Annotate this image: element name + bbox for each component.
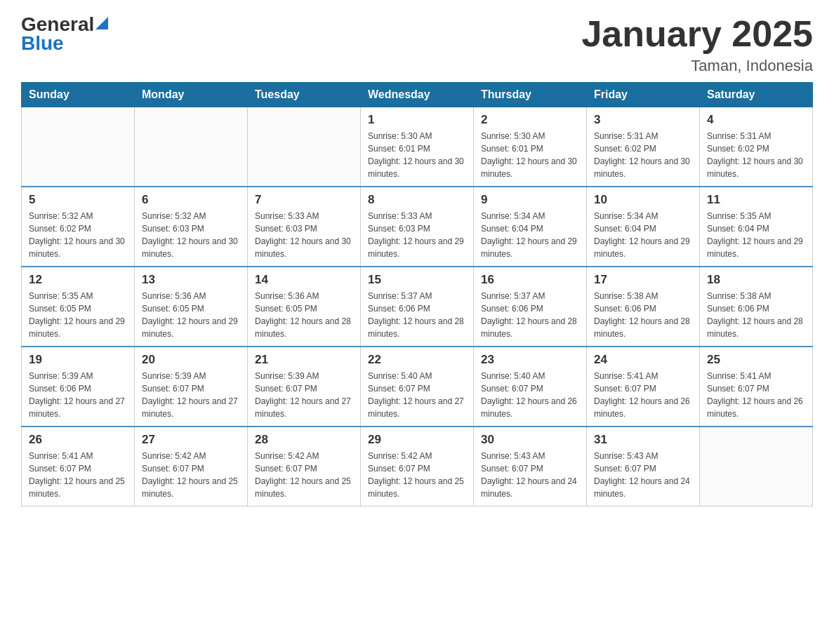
day-info-line: Daylight: 12 hours and 25 minutes.: [29, 475, 127, 500]
logo-triangle-icon: [95, 17, 108, 29]
day-number: 13: [142, 273, 240, 287]
day-info-line: Sunset: 6:03 PM: [142, 222, 240, 235]
day-info-line: Sunrise: 5:40 AM: [481, 370, 579, 382]
day-info-line: Daylight: 12 hours and 24 minutes.: [481, 475, 579, 500]
day-info-line: Sunset: 6:07 PM: [368, 462, 466, 475]
header-tuesday: Tuesday: [248, 83, 361, 107]
header-saturday: Saturday: [700, 83, 813, 107]
calendar-cell: 21Sunrise: 5:39 AMSunset: 6:07 PMDayligh…: [248, 347, 361, 427]
day-info-line: Sunset: 6:07 PM: [707, 382, 805, 395]
day-info: Sunrise: 5:39 AMSunset: 6:07 PMDaylight:…: [142, 370, 240, 420]
day-info: Sunrise: 5:33 AMSunset: 6:03 PMDaylight:…: [255, 210, 353, 260]
day-info: Sunrise: 5:33 AMSunset: 6:03 PMDaylight:…: [368, 210, 466, 260]
day-info-line: Sunrise: 5:39 AM: [29, 370, 127, 382]
day-info-line: Daylight: 12 hours and 30 minutes.: [368, 155, 466, 180]
day-info-line: Sunrise: 5:30 AM: [481, 130, 579, 142]
day-number: 15: [368, 273, 466, 287]
day-info-line: Daylight: 12 hours and 30 minutes.: [707, 155, 805, 180]
day-info-line: Sunset: 6:07 PM: [142, 382, 240, 395]
day-number: 5: [29, 193, 127, 207]
day-info: Sunrise: 5:30 AMSunset: 6:01 PMDaylight:…: [481, 130, 579, 180]
day-info-line: Sunrise: 5:42 AM: [255, 450, 353, 462]
day-info-line: Sunrise: 5:41 AM: [707, 370, 805, 382]
day-number: 12: [29, 273, 127, 287]
day-info-line: Sunrise: 5:37 AM: [481, 290, 579, 302]
day-info-line: Daylight: 12 hours and 28 minutes.: [368, 315, 466, 340]
calendar-cell: 28Sunrise: 5:42 AMSunset: 6:07 PMDayligh…: [248, 427, 361, 507]
calendar-cell: 1Sunrise: 5:30 AMSunset: 6:01 PMDaylight…: [361, 107, 474, 187]
day-info-line: Daylight: 12 hours and 29 minutes.: [707, 235, 805, 260]
page-header: General Blue January 2025 Taman, Indones…: [21, 14, 813, 75]
day-info-line: Daylight: 12 hours and 25 minutes.: [368, 475, 466, 500]
calendar-cell: 5Sunrise: 5:32 AMSunset: 6:02 PMDaylight…: [22, 187, 135, 267]
calendar-cell: [22, 107, 135, 187]
day-info-line: Daylight: 12 hours and 26 minutes.: [707, 395, 805, 420]
calendar-cell: [248, 107, 361, 187]
day-info: Sunrise: 5:32 AMSunset: 6:02 PMDaylight:…: [29, 210, 127, 260]
header-sunday: Sunday: [22, 83, 135, 107]
day-info-line: Daylight: 12 hours and 28 minutes.: [707, 315, 805, 340]
day-info: Sunrise: 5:34 AMSunset: 6:04 PMDaylight:…: [481, 210, 579, 260]
header-monday: Monday: [135, 83, 248, 107]
day-number: 18: [707, 273, 805, 287]
day-info-line: Daylight: 12 hours and 29 minutes.: [594, 235, 692, 260]
day-number: 10: [594, 193, 692, 207]
day-info: Sunrise: 5:43 AMSunset: 6:07 PMDaylight:…: [594, 450, 692, 500]
calendar-cell: 2Sunrise: 5:30 AMSunset: 6:01 PMDaylight…: [474, 107, 587, 187]
day-number: 6: [142, 193, 240, 207]
day-info: Sunrise: 5:39 AMSunset: 6:07 PMDaylight:…: [255, 370, 353, 420]
day-number: 28: [255, 433, 353, 447]
day-info: Sunrise: 5:31 AMSunset: 6:02 PMDaylight:…: [707, 130, 805, 180]
day-info: Sunrise: 5:38 AMSunset: 6:06 PMDaylight:…: [707, 290, 805, 340]
day-info: Sunrise: 5:37 AMSunset: 6:06 PMDaylight:…: [368, 290, 466, 340]
day-number: 19: [29, 353, 127, 367]
day-number: 7: [255, 193, 353, 207]
day-info-line: Sunset: 6:07 PM: [481, 382, 579, 395]
calendar-cell: 4Sunrise: 5:31 AMSunset: 6:02 PMDaylight…: [700, 107, 813, 187]
day-info-line: Sunrise: 5:40 AM: [368, 370, 466, 382]
day-info-line: Daylight: 12 hours and 30 minutes.: [29, 235, 127, 260]
day-info-line: Sunrise: 5:35 AM: [707, 210, 805, 222]
day-info-line: Daylight: 12 hours and 29 minutes.: [481, 235, 579, 260]
day-info-line: Sunrise: 5:37 AM: [368, 290, 466, 302]
day-info-line: Daylight: 12 hours and 26 minutes.: [594, 395, 692, 420]
day-info-line: Sunset: 6:02 PM: [594, 142, 692, 155]
day-number: 29: [368, 433, 466, 447]
day-info-line: Sunset: 6:07 PM: [255, 382, 353, 395]
day-info: Sunrise: 5:41 AMSunset: 6:07 PMDaylight:…: [594, 370, 692, 420]
calendar-week-row: 12Sunrise: 5:35 AMSunset: 6:05 PMDayligh…: [22, 267, 813, 347]
day-info-line: Daylight: 12 hours and 30 minutes.: [481, 155, 579, 180]
day-info: Sunrise: 5:42 AMSunset: 6:07 PMDaylight:…: [368, 450, 466, 500]
day-info-line: Sunset: 6:05 PM: [255, 302, 353, 315]
day-number: 17: [594, 273, 692, 287]
day-info-line: Daylight: 12 hours and 30 minutes.: [255, 235, 353, 260]
day-info-line: Daylight: 12 hours and 27 minutes.: [368, 395, 466, 420]
day-info-line: Daylight: 12 hours and 29 minutes.: [142, 315, 240, 340]
calendar-title: January 2025: [581, 14, 813, 54]
day-number: 25: [707, 353, 805, 367]
day-info: Sunrise: 5:39 AMSunset: 6:06 PMDaylight:…: [29, 370, 127, 420]
calendar-cell: 29Sunrise: 5:42 AMSunset: 6:07 PMDayligh…: [361, 427, 474, 507]
day-info-line: Sunset: 6:07 PM: [255, 462, 353, 475]
calendar-cell: 23Sunrise: 5:40 AMSunset: 6:07 PMDayligh…: [474, 347, 587, 427]
day-info: Sunrise: 5:41 AMSunset: 6:07 PMDaylight:…: [707, 370, 805, 420]
calendar-cell: 25Sunrise: 5:41 AMSunset: 6:07 PMDayligh…: [700, 347, 813, 427]
day-info-line: Daylight: 12 hours and 28 minutes.: [594, 315, 692, 340]
day-info-line: Sunrise: 5:33 AM: [368, 210, 466, 222]
day-number: 20: [142, 353, 240, 367]
day-number: 21: [255, 353, 353, 367]
day-info: Sunrise: 5:40 AMSunset: 6:07 PMDaylight:…: [481, 370, 579, 420]
day-number: 22: [368, 353, 466, 367]
calendar-cell: 11Sunrise: 5:35 AMSunset: 6:04 PMDayligh…: [700, 187, 813, 267]
day-info: Sunrise: 5:41 AMSunset: 6:07 PMDaylight:…: [29, 450, 127, 500]
day-info-line: Sunrise: 5:34 AM: [481, 210, 579, 222]
day-info-line: Sunrise: 5:43 AM: [594, 450, 692, 462]
day-info-line: Sunrise: 5:31 AM: [594, 130, 692, 142]
day-info-line: Sunset: 6:07 PM: [481, 462, 579, 475]
day-info-line: Sunrise: 5:38 AM: [594, 290, 692, 302]
calendar-cell: 27Sunrise: 5:42 AMSunset: 6:07 PMDayligh…: [135, 427, 248, 507]
calendar-cell: 9Sunrise: 5:34 AMSunset: 6:04 PMDaylight…: [474, 187, 587, 267]
calendar-header-row: Sunday Monday Tuesday Wednesday Thursday…: [22, 83, 813, 107]
day-info-line: Sunset: 6:03 PM: [255, 222, 353, 235]
calendar-cell: 12Sunrise: 5:35 AMSunset: 6:05 PMDayligh…: [22, 267, 135, 347]
